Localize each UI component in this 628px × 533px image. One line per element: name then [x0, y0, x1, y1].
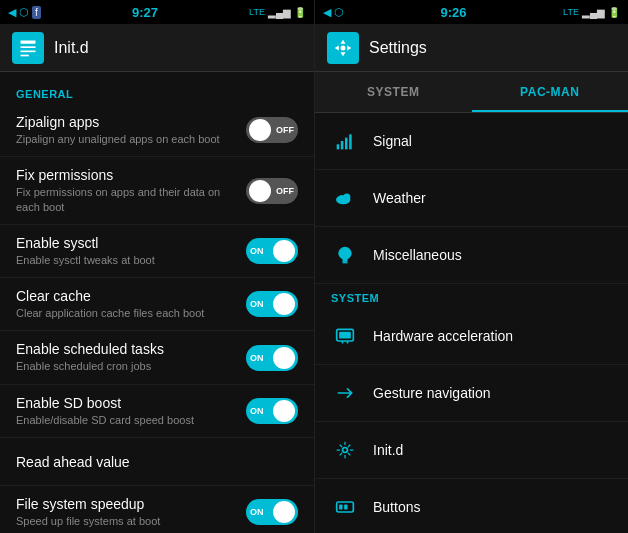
sysctl-label: ON: [250, 246, 264, 256]
right-hex-icon: ⬡: [334, 6, 344, 19]
menu-item-misc[interactable]: Miscellaneous: [315, 227, 628, 284]
right-menu-content: Signal Weather Miscellaneous SYSTEM: [315, 113, 628, 533]
right-panel: ◀ ⬡ 9:26 LTE ▂▄▆ 🔋 Settings SYSTEM PAC-M…: [314, 0, 628, 533]
zipalign-title: Zipalign apps: [16, 114, 238, 130]
menu-item-initd[interactable]: Init.d: [315, 422, 628, 479]
fix-perm-desc: Fix permissions on apps and their data o…: [16, 185, 238, 214]
fs-speedup-toggle[interactable]: ON: [246, 499, 298, 525]
signal-label: Signal: [373, 133, 412, 149]
fix-perm-title: Fix permissions: [16, 167, 238, 183]
svg-rect-6: [341, 141, 344, 149]
weather-icon: [331, 184, 359, 212]
list-item[interactable]: Fix permissions Fix permissions on apps …: [0, 157, 314, 225]
fs-speedup-text: File system speedup Speed up file system…: [16, 496, 238, 528]
sched-tasks-knob: [273, 347, 295, 369]
tab-pacman[interactable]: PAC-MAN: [472, 72, 629, 112]
right-lte-indicator: LTE: [563, 7, 579, 17]
clear-cache-desc: Clear application cache files each boot: [16, 306, 238, 320]
sd-boost-toggle[interactable]: ON: [246, 398, 298, 424]
sched-tasks-desc: Enable scheduled cron jobs: [16, 359, 238, 373]
weather-label: Weather: [373, 190, 426, 206]
sched-tasks-label: ON: [250, 353, 264, 363]
svg-point-17: [343, 448, 348, 453]
svg-rect-2: [21, 50, 36, 52]
left-status-right-icons: LTE ▂▄▆ 🔋: [249, 7, 306, 18]
list-item[interactable]: Enable SD boost Enable/disable SD card s…: [0, 385, 314, 438]
sched-tasks-title: Enable scheduled tasks: [16, 341, 238, 357]
buttons-icon: [331, 493, 359, 521]
menu-item-hw-accel[interactable]: Hardware acceleration: [315, 308, 628, 365]
list-item[interactable]: Enable sysctl Enable sysctl tweaks at bo…: [0, 225, 314, 278]
zipalign-toggle[interactable]: OFF: [246, 117, 298, 143]
right-back-icon: ◀: [323, 6, 331, 19]
right-signal-bars: ▂▄▆: [582, 7, 605, 18]
sched-tasks-toggle[interactable]: ON: [246, 345, 298, 371]
zipalign-text: Zipalign apps Zipalign any unaligned app…: [16, 114, 238, 146]
initd-label: Init.d: [373, 442, 403, 458]
initd-icon: [331, 436, 359, 464]
list-item[interactable]: Zipalign apps Zipalign any unaligned app…: [0, 104, 314, 157]
sd-boost-desc: Enable/disable SD card speed boost: [16, 413, 238, 427]
menu-item-signal[interactable]: Signal: [315, 113, 628, 170]
menu-item-buttons[interactable]: Buttons: [315, 479, 628, 533]
svg-rect-1: [21, 46, 36, 48]
sysctl-toggle[interactable]: ON: [246, 238, 298, 264]
list-item[interactable]: Clear cache Clear application cache file…: [0, 278, 314, 331]
sysctl-desc: Enable sysctl tweaks at boot: [16, 253, 238, 267]
svg-rect-20: [344, 505, 347, 510]
svg-rect-8: [349, 134, 352, 149]
list-item[interactable]: Enable scheduled tasks Enable scheduled …: [0, 331, 314, 384]
zipalign-knob: [249, 119, 271, 141]
left-status-left-icons: ◀ ⬡ f: [8, 6, 41, 19]
misc-label: Miscellaneous: [373, 247, 462, 263]
sd-boost-title: Enable SD boost: [16, 395, 238, 411]
left-app-icon: [12, 32, 44, 64]
left-app-title: Init.d: [54, 39, 89, 57]
hex-icon: ⬡: [19, 6, 29, 19]
left-content: GENERAL Zipalign apps Zipalign any unali…: [0, 72, 314, 533]
right-status-right-icons: LTE ▂▄▆ 🔋: [563, 7, 620, 18]
svg-rect-7: [345, 138, 348, 150]
signal-icon: [331, 127, 359, 155]
gesture-icon: [331, 379, 359, 407]
svg-rect-3: [21, 54, 29, 56]
fix-perm-toggle[interactable]: OFF: [246, 178, 298, 204]
fs-speedup-desc: Speed up file systems at boot: [16, 514, 238, 528]
sysctl-text: Enable sysctl Enable sysctl tweaks at bo…: [16, 235, 238, 267]
facebook-icon: f: [32, 6, 41, 19]
sched-tasks-text: Enable scheduled tasks Enable scheduled …: [16, 341, 238, 373]
clear-cache-toggle[interactable]: ON: [246, 291, 298, 317]
svg-rect-0: [21, 40, 36, 43]
svg-rect-19: [339, 505, 342, 510]
zipalign-label: OFF: [276, 125, 294, 135]
zipalign-desc: Zipalign any unaligned apps on each boot: [16, 132, 238, 146]
left-status-bar: ◀ ⬡ f 9:27 LTE ▂▄▆ 🔋: [0, 0, 314, 24]
lte-indicator: LTE: [249, 7, 265, 17]
read-ahead-title: Read ahead value: [16, 454, 298, 470]
list-item[interactable]: Read ahead value: [0, 438, 314, 486]
sd-boost-knob: [273, 400, 295, 422]
hw-accel-label: Hardware acceleration: [373, 328, 513, 344]
fix-perm-text: Fix permissions Fix permissions on apps …: [16, 167, 238, 214]
system-section-header: SYSTEM: [315, 284, 628, 308]
fs-speedup-title: File system speedup: [16, 496, 238, 512]
right-status-bar: ◀ ⬡ 9:26 LTE ▂▄▆ 🔋: [315, 0, 628, 24]
menu-item-weather[interactable]: Weather: [315, 170, 628, 227]
svg-rect-16: [347, 341, 349, 344]
right-battery-icon: 🔋: [608, 7, 620, 18]
sd-boost-text: Enable SD boost Enable/disable SD card s…: [16, 395, 238, 427]
tab-system[interactable]: SYSTEM: [315, 72, 472, 112]
list-item[interactable]: File system speedup Speed up file system…: [0, 486, 314, 533]
misc-icon: [331, 241, 359, 269]
tabs-bar: SYSTEM PAC-MAN: [315, 72, 628, 113]
sysctl-knob: [273, 240, 295, 262]
left-app-bar: Init.d: [0, 24, 314, 72]
menu-item-gesture[interactable]: Gesture navigation: [315, 365, 628, 422]
svg-rect-12: [343, 262, 348, 264]
general-section-header: GENERAL: [0, 80, 314, 104]
right-app-title: Settings: [369, 39, 427, 57]
svg-point-11: [339, 195, 344, 200]
hw-accel-icon: [331, 322, 359, 350]
signal-bars: ▂▄▆: [268, 7, 291, 18]
clear-cache-text: Clear cache Clear application cache file…: [16, 288, 238, 320]
